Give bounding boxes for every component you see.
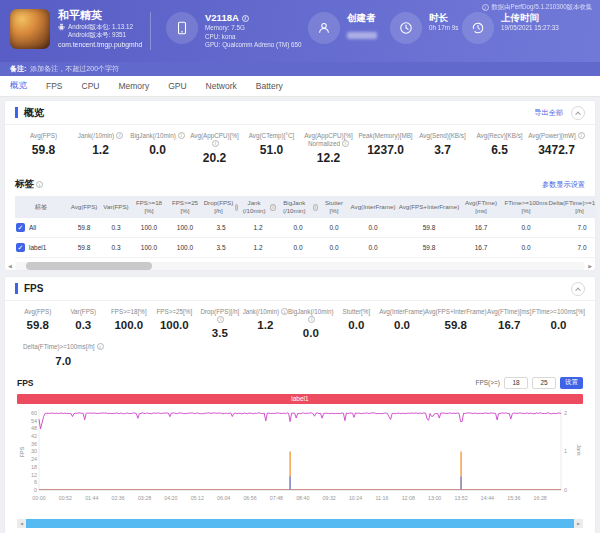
table-hscrollbar[interactable]: ◀ ▶ bbox=[15, 262, 585, 270]
device-cpu: CPU: kona bbox=[205, 33, 302, 41]
fps-chart[interactable]: 06121824303642485460012FPSJank00:0000:52… bbox=[5, 406, 595, 518]
tab-概览[interactable]: 概览 bbox=[10, 80, 27, 92]
metric-value: 0.0 bbox=[129, 143, 186, 157]
tab-memory[interactable]: Memory bbox=[118, 81, 149, 91]
svg-text:30: 30 bbox=[31, 448, 37, 454]
info-icon[interactable] bbox=[217, 316, 224, 323]
table-row[interactable]: ✓label159.80.3100.0100.03.51.20.00.00.05… bbox=[15, 238, 595, 258]
table-row[interactable]: ✓All59.80.3100.0100.03.51.20.00.00.059.8… bbox=[15, 218, 595, 238]
android-icon bbox=[58, 23, 65, 31]
metric-value: 0.0 bbox=[379, 319, 425, 331]
svg-text:14:44: 14:44 bbox=[481, 495, 494, 501]
metric: Avg(AppCPU)[%]20.2 bbox=[186, 132, 243, 165]
info-icon[interactable] bbox=[313, 204, 319, 211]
row-checkbox[interactable]: ✓ bbox=[16, 223, 25, 232]
display-settings-link[interactable]: 参数显示设置 bbox=[542, 180, 585, 190]
chevron-up-icon bbox=[575, 287, 581, 293]
tab-network[interactable]: Network bbox=[206, 81, 237, 91]
upload-time-label: 上传时间 bbox=[501, 12, 559, 24]
info-icon[interactable] bbox=[308, 316, 315, 323]
column-header: FPS>=18 [%] bbox=[131, 196, 167, 218]
label1-marker-bar[interactable]: label1 bbox=[17, 394, 583, 404]
tab-gpu[interactable]: GPU bbox=[168, 81, 186, 91]
creator-block: 创建者 bbox=[308, 12, 377, 45]
history-icon bbox=[462, 12, 494, 44]
metric-label: Drop(FPS)[/h] bbox=[197, 308, 243, 324]
svg-text:08:40: 08:40 bbox=[296, 495, 309, 501]
info-icon[interactable] bbox=[281, 308, 288, 315]
metric-label: Jank(/10min) bbox=[72, 132, 129, 140]
row-checkbox[interactable]: ✓ bbox=[16, 243, 25, 252]
svg-text:18: 18 bbox=[31, 463, 37, 469]
collapse-button[interactable] bbox=[571, 106, 585, 120]
metric: Jank(/10min)1.2 bbox=[243, 308, 289, 339]
metric-label: FPS>=18[%] bbox=[106, 308, 152, 316]
arrow-right-icon[interactable]: ▶ bbox=[574, 519, 583, 528]
svg-text:13:00: 13:00 bbox=[428, 495, 441, 501]
table-cell: 7.0 bbox=[551, 238, 595, 258]
metric: Delta(FTime)>=100ms[/h]7.0 bbox=[23, 343, 104, 366]
arrow-left-icon[interactable]: ◀ bbox=[8, 262, 12, 270]
column-header: Avg(FPS+InterFrame) bbox=[397, 196, 461, 218]
table-cell: 16.7 bbox=[461, 218, 501, 238]
table-cell: 100.0 bbox=[167, 238, 203, 258]
fps-threshold-input-1[interactable] bbox=[504, 377, 528, 389]
overview-card: 概览 导出全部 Avg(FPS)59.8Jank(/10min)1.2BigJa… bbox=[5, 101, 595, 270]
svg-text:03:28: 03:28 bbox=[138, 495, 151, 501]
overview-section-title: 概览 bbox=[24, 106, 44, 120]
labels-section-title: 标签 bbox=[15, 178, 34, 191]
svg-text:06:56: 06:56 bbox=[243, 495, 256, 501]
table-cell: 7.0 bbox=[551, 218, 595, 238]
arrow-right-icon[interactable]: ▶ bbox=[588, 262, 592, 270]
info-icon[interactable] bbox=[270, 204, 276, 211]
info-icon[interactable] bbox=[235, 204, 238, 211]
metric-label: Delta(FTime)>=100ms[/h] bbox=[23, 343, 104, 351]
table-cell: 0.0 bbox=[277, 218, 319, 238]
tab-battery[interactable]: Battery bbox=[256, 81, 283, 91]
fps-line-chart[interactable]: 06121824303642485460012FPSJank00:0000:52… bbox=[17, 406, 583, 514]
apply-threshold-button[interactable]: 设置 bbox=[560, 377, 583, 389]
svg-text:01:44: 01:44 bbox=[85, 495, 98, 501]
svg-text:0: 0 bbox=[34, 487, 37, 493]
info-icon[interactable] bbox=[116, 132, 123, 139]
report-header: 和平精英 Android版本包: 1.13.12 Android版本号: 935… bbox=[0, 0, 600, 62]
info-icon[interactable] bbox=[578, 132, 585, 139]
metric-value: 1237.0 bbox=[357, 143, 414, 157]
table-cell: 0.0 bbox=[319, 238, 349, 258]
tab-fps[interactable]: FPS bbox=[46, 81, 63, 91]
chart-hscrollbar[interactable]: ◀ ▶ bbox=[17, 519, 583, 528]
scrollbar-thumb[interactable] bbox=[26, 262, 151, 270]
info-icon[interactable] bbox=[178, 132, 185, 139]
arrow-left-icon[interactable]: ◀ bbox=[17, 519, 26, 528]
metric: Var(FPS)0.3 bbox=[61, 308, 107, 339]
info-icon[interactable] bbox=[342, 140, 349, 147]
metric-label: Avg(Power)[mW] bbox=[528, 132, 585, 140]
tab-cpu[interactable]: CPU bbox=[82, 81, 100, 91]
metric-label: Avg(AppCPU)[%] bbox=[186, 132, 243, 148]
collapse-button[interactable] bbox=[571, 282, 585, 296]
column-header: Avg(FPS) bbox=[67, 196, 101, 218]
duration-value: 0h 17m 9s bbox=[429, 24, 458, 32]
labels-table: 标签Avg(FPS)Var(FPS)FPS>=18 [%]FPS>=25 [%]… bbox=[15, 196, 595, 258]
svg-text:06:04: 06:04 bbox=[217, 495, 230, 501]
info-icon[interactable] bbox=[242, 15, 249, 22]
info-icon[interactable] bbox=[212, 140, 219, 147]
table-header-row: 标签Avg(FPS)Var(FPS)FPS>=18 [%]FPS>=25 [%]… bbox=[15, 196, 595, 218]
metric-label: BigJank(/10min) bbox=[129, 132, 186, 140]
chart-scrollbar-thumb[interactable] bbox=[26, 519, 574, 528]
note-bar[interactable]: 备注:添加备注，不超过200个字符 bbox=[0, 62, 600, 76]
tab-bar: 概览FPSCPUMemoryGPUNetworkBattery bbox=[0, 76, 600, 97]
info-icon[interactable] bbox=[36, 181, 43, 188]
metric: Avg(InterFrame)0.0 bbox=[379, 308, 425, 339]
table-cell: 59.8 bbox=[67, 238, 101, 258]
fps-threshold-input-2[interactable] bbox=[532, 377, 556, 389]
metric-label: Avg(CTemp)[°C] bbox=[243, 132, 300, 140]
svg-text:04:20: 04:20 bbox=[164, 495, 177, 501]
metric-label: Avg(InterFrame) bbox=[379, 308, 425, 316]
metric-label: Avg(FPS) bbox=[15, 308, 61, 316]
export-all-link[interactable]: 导出全部 bbox=[534, 108, 563, 118]
column-header: Avg(FTime) [ms] bbox=[461, 196, 501, 218]
metric-value: 3.7 bbox=[414, 143, 471, 157]
column-header: Drop(FPS) [/h] bbox=[203, 196, 239, 218]
info-icon[interactable] bbox=[97, 343, 104, 350]
